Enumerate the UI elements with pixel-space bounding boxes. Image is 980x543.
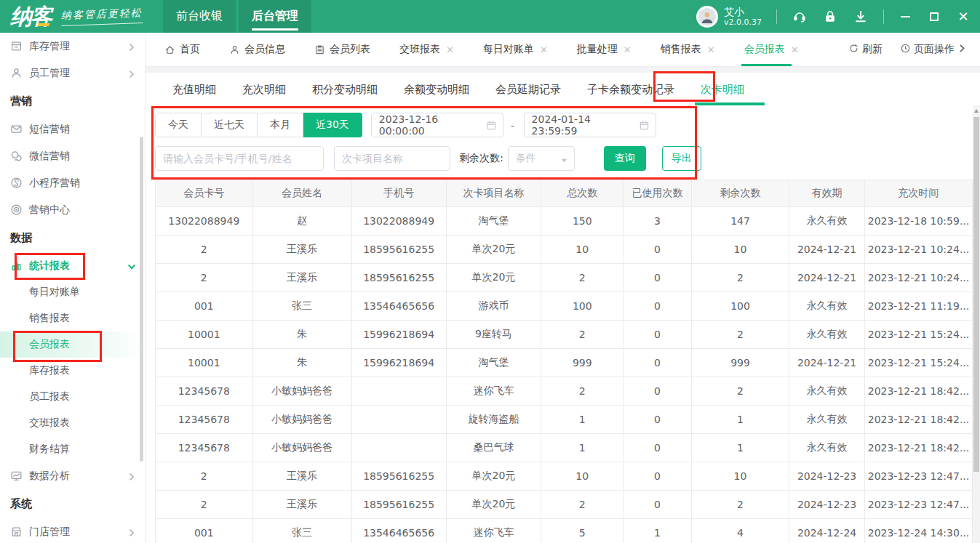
table-cell: 2 bbox=[691, 321, 789, 349]
date-to-input[interactable]: 2024-01-14 23:59:59 bbox=[524, 113, 656, 137]
table-cell: 2 bbox=[156, 462, 253, 491]
sidebar-item-数据分析[interactable]: 数据分析 bbox=[0, 462, 145, 489]
report-tab-次卡明细[interactable]: 次卡明细 bbox=[701, 83, 744, 97]
sidebar-section-系统: 系统 bbox=[0, 489, 145, 518]
table-row[interactable]: 2王溪乐18595616255单次20元100102024-12-232023-… bbox=[156, 462, 973, 491]
sidebar-item-会员报表[interactable]: 会员报表 bbox=[0, 331, 145, 358]
table-cell: 3 bbox=[624, 207, 691, 236]
table-cell: 2023-12-18 10:59... bbox=[864, 207, 972, 236]
table-row[interactable]: 10001朱159962186949座转马202永久有效2023-12-21 1… bbox=[156, 321, 973, 349]
sidebar-item-统计报表[interactable]: 统计报表 bbox=[0, 252, 145, 279]
main-scrollbar[interactable] bbox=[973, 105, 980, 543]
report-tab-积分变动明细[interactable]: 积分变动明细 bbox=[312, 83, 378, 97]
quick-range-近30天[interactable]: 近30天 bbox=[303, 113, 362, 137]
table-row[interactable]: 001张三13546465656迷你飞车5142024-12-242023-12… bbox=[156, 519, 973, 543]
close-button[interactable]: ✕ bbox=[957, 10, 970, 23]
export-button[interactable]: 导出 bbox=[662, 146, 701, 171]
sidebar-item-短信营销[interactable]: 短信营销 bbox=[0, 116, 145, 142]
action-页面操作[interactable]: 页面操作 bbox=[900, 43, 967, 56]
user-menu[interactable]: 艾小 v2.0.0.37 bbox=[696, 6, 762, 28]
table-row[interactable]: 2王溪乐18595616255单次20元2022024-12-232023-12… bbox=[156, 491, 973, 519]
tab-close-icon[interactable]: ✕ bbox=[624, 44, 632, 55]
action-label: 刷新 bbox=[862, 43, 883, 56]
tab-首页[interactable]: 首页 bbox=[164, 33, 200, 66]
minimize-button[interactable] bbox=[899, 10, 912, 23]
calendar-icon bbox=[639, 120, 650, 131]
sidebar-item-小程序营销[interactable]: 小程序营销 bbox=[0, 169, 145, 196]
refresh-icon bbox=[848, 43, 859, 56]
sidebar-item-微信营销[interactable]: 微信营销 bbox=[0, 142, 145, 169]
sidebar-item-库存报表[interactable]: 库存报表 bbox=[0, 358, 145, 384]
condition-select[interactable]: 条件 bbox=[508, 146, 575, 171]
tab-close-icon[interactable]: ✕ bbox=[707, 44, 715, 55]
sidebar-item-财务结算[interactable]: 财务结算 bbox=[0, 436, 145, 462]
tab-close-icon[interactable]: ✕ bbox=[540, 44, 548, 55]
nav-cashier-button[interactable]: 前台收银 bbox=[163, 0, 236, 33]
table-cell: 0 bbox=[624, 292, 691, 321]
sidebar-item-营销中心[interactable]: 营销中心 bbox=[0, 196, 145, 223]
date-from-input[interactable]: 2023-12-16 00:00:00 bbox=[371, 113, 503, 137]
table-cell: 0 bbox=[624, 406, 691, 434]
tab-每日对账单[interactable]: 每日对账单✕ bbox=[483, 33, 548, 66]
tab-label: 每日对账单 bbox=[483, 43, 534, 56]
quick-range-本月[interactable]: 本月 bbox=[258, 113, 303, 137]
card-project-input[interactable] bbox=[334, 146, 450, 171]
maximize-button[interactable] bbox=[928, 10, 941, 23]
tab-会员列表[interactable]: 会员列表 bbox=[314, 33, 370, 66]
tab-批量处理[interactable]: 批量处理✕ bbox=[577, 33, 632, 66]
table-cell: 2024-12-24 bbox=[789, 519, 864, 543]
tab-close-icon[interactable]: ✕ bbox=[791, 44, 799, 55]
tab-销售报表[interactable]: 销售报表✕ bbox=[661, 33, 715, 66]
sidebar-item-label: 营销中心 bbox=[29, 204, 70, 217]
service-icon[interactable] bbox=[792, 9, 808, 25]
download-icon[interactable] bbox=[853, 9, 869, 25]
report-tab-会员延期记录[interactable]: 会员延期记录 bbox=[495, 83, 561, 97]
app-version: v2.0.0.37 bbox=[724, 17, 762, 27]
tab-会员信息[interactable]: 会员信息 bbox=[229, 33, 285, 66]
sidebar-item-销售报表[interactable]: 销售报表 bbox=[0, 305, 145, 331]
table-row[interactable]: 12345678小敏妈妈爸爸桑巴气球101永久有效2023-12-21 18:4… bbox=[156, 434, 973, 462]
tab-交班报表[interactable]: 交班报表✕ bbox=[399, 33, 454, 66]
table-row[interactable]: 2王溪乐18595616255单次20元100102024-12-212023-… bbox=[156, 236, 973, 264]
tab-close-icon[interactable]: ✕ bbox=[446, 44, 454, 55]
table-row[interactable]: 2王溪乐18595616255单次20元2022024-12-212023-12… bbox=[156, 264, 973, 292]
quick-range-今天[interactable]: 今天 bbox=[155, 113, 202, 137]
sidebar-item-label: 短信营销 bbox=[29, 123, 70, 136]
sidebar-item-交班报表[interactable]: 交班报表 bbox=[0, 410, 145, 436]
table-cell: 2023-12-21 11:19... bbox=[864, 292, 972, 321]
table-cell: 2024-12-21 bbox=[789, 264, 864, 292]
query-button[interactable]: 查询 bbox=[604, 146, 646, 171]
nav-backoffice-button[interactable]: 后台管理 bbox=[239, 0, 311, 33]
quick-range-近七天[interactable]: 近七天 bbox=[202, 113, 258, 137]
sidebar-item-员工报表[interactable]: 员工报表 bbox=[0, 384, 145, 410]
scrollbar-thumb[interactable] bbox=[973, 117, 979, 472]
tab-会员报表[interactable]: 会员报表✕ bbox=[744, 33, 799, 66]
table-cell: 10 bbox=[691, 462, 789, 491]
table-row[interactable]: 10001朱15996218694淘气堡99909992024-12-21202… bbox=[156, 349, 973, 377]
table-cell: 18595616255 bbox=[351, 462, 446, 491]
member-search-input[interactable] bbox=[155, 146, 324, 171]
sidebar-scrollbar[interactable] bbox=[140, 137, 143, 462]
scroll-up-arrow[interactable] bbox=[974, 109, 979, 113]
sidebar-item-门店管理[interactable]: 门店管理 bbox=[0, 518, 145, 543]
sidebar-item-label: 库存管理 bbox=[29, 40, 70, 53]
report-tab-充次明细[interactable]: 充次明细 bbox=[242, 83, 286, 97]
sidebar-item-员工管理[interactable]: 员工管理 bbox=[0, 60, 145, 87]
report-tab-余额变动明细[interactable]: 余额变动明细 bbox=[404, 83, 469, 97]
report-tab-子卡余额变动记录[interactable]: 子卡余额变动记录 bbox=[587, 83, 674, 97]
table-row[interactable]: 12345678小敏妈妈爸爸迷你飞车202永久有效2023-12-21 18:4… bbox=[156, 377, 973, 406]
column-header-会员姓名: 会员姓名 bbox=[252, 180, 351, 207]
table-cell: 王溪乐 bbox=[252, 264, 351, 292]
table-row[interactable]: 12345678小敏妈妈爸爸旋转海盗船101永久有效2023-12-21 18:… bbox=[156, 406, 973, 434]
table-row[interactable]: 001张三13546465656游戏币1000100永久有效2023-12-21… bbox=[156, 292, 973, 321]
sidebar-item-库存管理[interactable]: 库存管理 bbox=[0, 33, 145, 60]
sidebar-item-每日对账单[interactable]: 每日对账单 bbox=[0, 279, 145, 305]
action-刷新[interactable]: 刷新 bbox=[848, 43, 883, 56]
table-cell: 2 bbox=[156, 264, 253, 292]
report-tab-充值明细[interactable]: 充值明细 bbox=[172, 83, 216, 97]
table-cell: 2023-12-23 12:47... bbox=[864, 462, 972, 491]
lock-icon[interactable] bbox=[822, 9, 838, 25]
table-row[interactable]: 13022088949赵13022088949淘气堡1503147永久有效202… bbox=[156, 207, 973, 236]
table-cell: 王溪乐 bbox=[252, 491, 351, 519]
table-cell: 2024-12-23 bbox=[789, 491, 864, 519]
